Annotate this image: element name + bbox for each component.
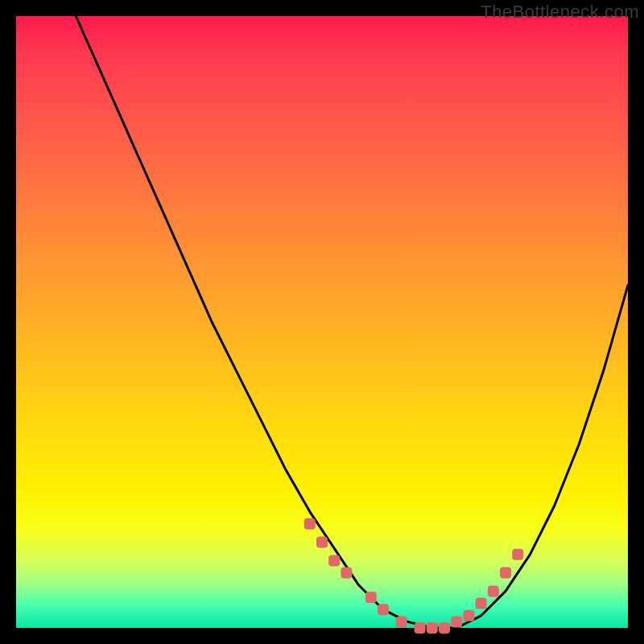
- marker-point: [451, 616, 462, 627]
- marker-point: [476, 598, 487, 609]
- curve-layer: [16, 16, 628, 628]
- marker-point: [365, 592, 377, 603]
- marker-point: [463, 610, 474, 621]
- marker-point: [439, 622, 450, 634]
- marker-point: [304, 518, 316, 530]
- bottleneck-curve: [16, 0, 628, 628]
- marker-point: [488, 585, 499, 597]
- marker-point: [500, 568, 511, 579]
- marker-point: [512, 549, 523, 560]
- marker-point: [427, 622, 438, 634]
- marker-point: [415, 622, 426, 634]
- watermark-label: TheBottleneck.com: [481, 2, 639, 23]
- marker-group: [304, 518, 523, 634]
- marker-point: [396, 616, 407, 627]
- marker-point: [378, 604, 389, 615]
- marker-point: [341, 568, 352, 579]
- marker-point: [316, 537, 328, 548]
- marker-point: [328, 555, 340, 566]
- plot-area: [16, 16, 628, 628]
- chart-frame: TheBottleneck.com: [0, 0, 644, 644]
